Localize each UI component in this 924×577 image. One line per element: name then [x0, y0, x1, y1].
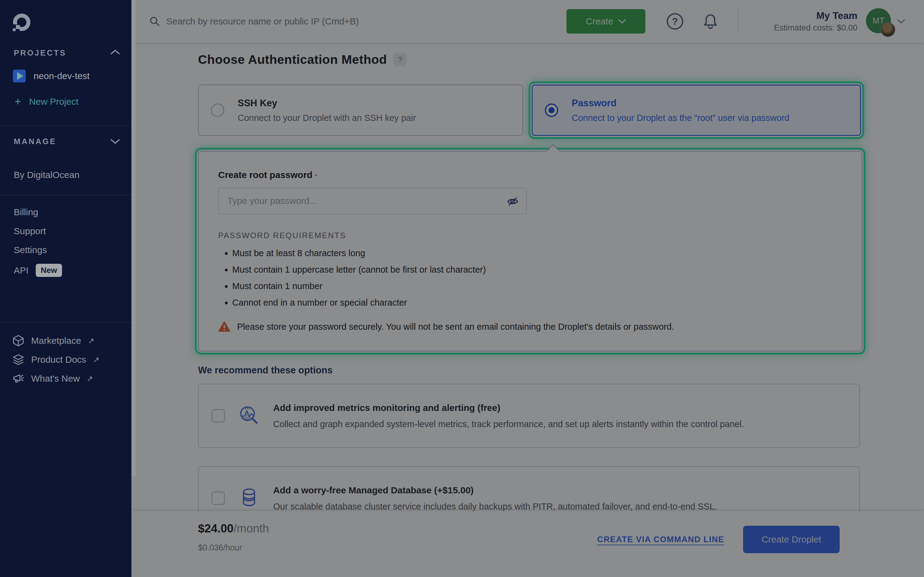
product-docs-label: Product Docs [31, 355, 86, 365]
password-panel: Create root password* PASSWORD REQUIREME… [198, 151, 862, 351]
required-asterisk: * [315, 174, 317, 179]
api-label: API [14, 265, 28, 276]
chevron-down-icon [618, 19, 626, 24]
sidebar: PROJECTS neon-dev-test + New Project MAN… [0, 0, 131, 577]
hourly-price: $0.036/hour [198, 543, 269, 553]
external-link-icon: ↗ [88, 336, 94, 346]
page-title: Choose Authentication Method [198, 53, 387, 67]
sidebar-scrollbar[interactable] [131, 0, 136, 476]
ssh-key-option-card[interactable]: SSH Key Connect to your Droplet with an … [198, 85, 523, 136]
password-title: Password [572, 98, 789, 109]
projects-section-header[interactable]: PROJECTS [14, 48, 66, 58]
recommend-heading: We recommend these options [198, 365, 924, 376]
create-button[interactable]: Create [567, 9, 645, 34]
billing-label: Billing [14, 207, 38, 218]
toggle-password-visibility-button[interactable] [506, 195, 519, 208]
sidebar-item-support[interactable]: Support [14, 226, 46, 236]
auth-method-options: SSH Key Connect to your Droplet with an … [198, 85, 924, 136]
create-button-label: Create [586, 16, 613, 27]
search-bar[interactable] [149, 15, 567, 27]
chevron-up-icon[interactable] [110, 49, 120, 56]
divider [0, 322, 131, 322]
create-via-command-line-link[interactable]: CREATE VIA COMMAND LINE [598, 535, 724, 544]
marketplace-label: Marketplace [31, 335, 81, 346]
metrics-option-card[interactable]: Add improved metrics monitoring and aler… [198, 384, 860, 448]
database-icon [238, 487, 260, 509]
database-option-desc: Our scalable database cluster service in… [273, 501, 717, 512]
sidebar-item-billing[interactable]: Billing [14, 207, 38, 218]
requirement-item: Must contain 1 uppercase letter (cannot … [232, 265, 862, 275]
requirement-item: Cannot end in a number or special charac… [232, 298, 862, 308]
new-badge: New [36, 264, 62, 277]
plus-icon: + [15, 95, 21, 108]
password-desc: Connect to your Droplet as the “root” us… [572, 113, 789, 123]
search-input[interactable] [166, 16, 502, 27]
estimated-costs: Estimated costs: $0.00 [750, 23, 858, 33]
new-project-button[interactable]: + New Project [15, 95, 79, 108]
main-content: Choose Authentication Method ? SSH Key C… [131, 43, 924, 511]
requirement-item: Must be at least 8 characters long [232, 248, 862, 258]
sidebar-item-product-docs[interactable]: Product Docs ↗ [12, 353, 100, 366]
metrics-option-title: Add improved metrics monitoring and aler… [273, 403, 744, 413]
warning-icon [218, 321, 230, 332]
monthly-price-value: $24.00 [198, 522, 233, 535]
divider [0, 195, 131, 195]
create-droplet-button[interactable]: Create Droplet [743, 526, 840, 553]
project-name: neon-dev-test [34, 71, 89, 81]
sidebar-item-settings[interactable]: Settings [14, 245, 47, 255]
checkout-footer: $24.00/month $0.036/hour CREATE VIA COMM… [131, 511, 924, 577]
external-link-icon: ↗ [93, 355, 100, 364]
chevron-down-icon[interactable] [897, 18, 906, 24]
help-icon[interactable]: ? [667, 13, 683, 30]
metrics-option-desc: Collect and graph expanded system-level … [273, 419, 744, 429]
team-name: My Team [750, 10, 858, 21]
sidebar-item-marketplace[interactable]: Marketplace ↗ [12, 335, 94, 347]
panel-notch [546, 144, 560, 158]
settings-label: Settings [14, 245, 47, 255]
new-project-label: New Project [29, 97, 79, 107]
monthly-price-suffix: /month [233, 522, 269, 535]
requirement-item: Must contain 1 number [232, 281, 862, 291]
ssh-key-radio[interactable] [211, 103, 224, 117]
database-checkbox[interactable] [212, 492, 225, 505]
root-password-input[interactable] [218, 187, 527, 214]
chevron-down-icon[interactable] [110, 138, 120, 145]
metrics-magnifier-icon [238, 405, 260, 427]
whats-new-label: What's New [31, 373, 80, 384]
section-help-icon[interactable]: ? [394, 53, 406, 66]
topbar: Create ? My Team Estimated costs: $0.00 … [131, 0, 924, 43]
monthly-price: $24.00/month [198, 522, 269, 535]
ssh-key-desc: Connect to your Droplet with an SSH key … [238, 113, 416, 123]
cube-icon [12, 335, 24, 347]
password-radio-selected[interactable] [545, 103, 558, 117]
external-link-icon: ↗ [86, 374, 93, 384]
account-avatar[interactable]: MT [866, 8, 892, 34]
eye-slash-icon [506, 195, 519, 208]
divider [738, 8, 738, 34]
search-icon [149, 15, 161, 27]
notifications-bell-icon[interactable] [703, 13, 718, 30]
layers-icon [12, 353, 24, 366]
manage-section-header[interactable]: MANAGE [14, 137, 57, 146]
metrics-checkbox[interactable] [212, 409, 225, 422]
team-info[interactable]: My Team Estimated costs: $0.00 [750, 10, 858, 33]
user-avatar [880, 22, 895, 37]
digitalocean-logo-icon[interactable] [11, 13, 31, 32]
support-label: Support [14, 226, 46, 236]
password-option-card[interactable]: Password Connect to your Droplet as the … [531, 85, 861, 136]
ssh-key-title: SSH Key [238, 98, 416, 109]
sidebar-item-whats-new[interactable]: What's New ↗ [12, 372, 93, 385]
project-icon [13, 69, 26, 82]
by-digitalocean-label: By DigitalOcean [14, 170, 79, 180]
megaphone-icon [12, 372, 24, 385]
sidebar-item-api[interactable]: API New [14, 264, 62, 277]
password-requirements-header: PASSWORD REQUIREMENTS [218, 231, 862, 240]
sidebar-item-by-digitalocean[interactable]: By DigitalOcean [14, 170, 79, 180]
password-requirements-list: Must be at least 8 characters long Must … [218, 248, 862, 308]
password-warning-text: Please store your password securely. You… [237, 322, 674, 332]
root-password-label: Create root password [218, 170, 312, 180]
sidebar-item-project[interactable]: neon-dev-test [13, 69, 89, 82]
database-option-title: Add a worry-free Managed Database (+$15.… [273, 485, 717, 495]
